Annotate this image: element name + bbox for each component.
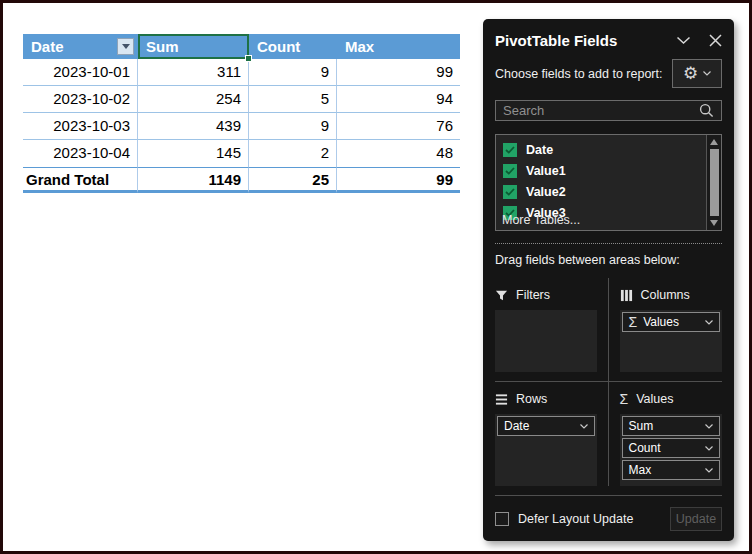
close-icon[interactable] [709, 34, 722, 47]
columns-area-label: Columns [641, 288, 690, 302]
checkbox-checked-icon[interactable] [503, 164, 517, 178]
sigma-icon: Σ [629, 315, 638, 329]
pivot-table: Date Sum Count Max 2023-10-01 311 9 99 2… [23, 34, 460, 193]
scroll-up-icon[interactable] [710, 139, 718, 145]
cell-date[interactable]: 2023-10-03 [23, 113, 138, 140]
checkbox-checked-icon[interactable] [503, 185, 517, 199]
cell-date[interactable]: 2023-10-01 [23, 59, 138, 86]
field-item-value2[interactable]: Value2 [503, 181, 701, 202]
cell-max[interactable]: 48 [337, 140, 460, 167]
cell-sum[interactable]: 145 [138, 140, 249, 167]
choose-fields-row: Choose fields to add to report: ⚙ [495, 59, 722, 88]
cell-date[interactable]: 2023-10-04 [23, 140, 138, 167]
values-dropzone[interactable]: Sum Count Max [620, 414, 723, 486]
scrollbar-thumb[interactable] [710, 149, 719, 216]
update-button[interactable]: Update [670, 507, 722, 531]
grand-total-count[interactable]: 25 [249, 167, 337, 193]
checkbox-checked-icon[interactable] [503, 143, 517, 157]
cell-date[interactable]: 2023-10-02 [23, 86, 138, 113]
choose-fields-label: Choose fields to add to report: [495, 67, 672, 81]
cell-max[interactable]: 94 [337, 86, 460, 113]
column-header-count[interactable]: Count [249, 34, 337, 59]
rows-icon [495, 393, 508, 406]
chevron-down-icon [703, 71, 711, 76]
pill-label: Sum [629, 419, 700, 433]
columns-dropzone[interactable]: Σ Values [620, 310, 723, 372]
chevron-down-icon[interactable] [705, 320, 713, 325]
table-row: 2023-10-01 311 9 99 [23, 59, 460, 86]
filters-area-header: Filters [495, 286, 597, 304]
rows-dropzone[interactable]: Date [495, 414, 597, 486]
column-header-sum-label: Sum [146, 38, 179, 55]
filters-dropzone[interactable] [495, 310, 597, 372]
pill-label: Date [504, 419, 574, 433]
filters-area-label: Filters [516, 288, 550, 302]
pill-sum[interactable]: Sum [622, 416, 721, 436]
cell-sum[interactable]: 254 [138, 86, 249, 113]
column-header-sum-selected-cell[interactable]: Sum [138, 34, 249, 59]
cell-sum[interactable]: 311 [138, 59, 249, 86]
search-icon [699, 103, 714, 118]
grand-total-label[interactable]: Grand Total [23, 167, 138, 193]
chevron-down-icon[interactable] [676, 36, 691, 45]
screenshot-root: Date Sum Count Max 2023-10-01 311 9 99 2… [0, 0, 752, 554]
cell-count[interactable]: 9 [249, 59, 337, 86]
cell-count[interactable]: 5 [249, 86, 337, 113]
cell-max[interactable]: 76 [337, 113, 460, 140]
column-header-date[interactable]: Date [23, 34, 138, 59]
grand-total-sum[interactable]: 1149 [138, 167, 249, 193]
more-tables-link[interactable]: More Tables... [502, 213, 580, 227]
pill-label: Count [629, 441, 700, 455]
rows-area-label: Rows [516, 392, 547, 406]
sigma-icon: Σ [620, 392, 629, 406]
columns-area: Columns Σ Values [609, 278, 723, 382]
cell-count[interactable]: 2 [249, 140, 337, 167]
drop-areas-grid: Filters Columns Σ Values [495, 278, 722, 486]
cell-count[interactable]: 9 [249, 113, 337, 140]
field-list-scrollbar[interactable] [706, 135, 721, 230]
search-input[interactable] [503, 103, 699, 118]
values-area-label: Values [636, 392, 673, 406]
chevron-down-icon[interactable] [705, 446, 713, 451]
search-box [495, 100, 722, 121]
defer-layout-checkbox[interactable] [495, 512, 509, 526]
grand-total-row: Grand Total 1149 25 99 [23, 167, 460, 193]
pivot-header-row: Date Sum Count Max [23, 34, 460, 59]
pill-date[interactable]: Date [497, 416, 595, 436]
values-area: Σ Values Sum Count Max [609, 382, 723, 486]
column-header-max[interactable]: Max [337, 34, 460, 59]
pill-sigma-values[interactable]: Σ Values [622, 312, 721, 332]
pane-footer: Defer Layout Update Update [495, 495, 722, 531]
gear-icon: ⚙ [683, 65, 698, 82]
tools-gear-button[interactable]: ⚙ [672, 59, 722, 88]
column-header-date-label: Date [31, 38, 64, 55]
pill-max[interactable]: Max [622, 460, 721, 480]
filter-dropdown-icon [122, 44, 130, 49]
field-name: Value2 [526, 185, 566, 199]
pane-header: PivotTable Fields [495, 31, 722, 50]
column-header-max-label: Max [345, 38, 374, 55]
pill-label: Max [629, 463, 700, 477]
table-row: 2023-10-03 439 9 76 [23, 113, 460, 140]
columns-area-header: Columns [620, 286, 723, 304]
pivottable-fields-pane: PivotTable Fields Choose fields to add t… [483, 19, 734, 541]
chevron-down-icon[interactable] [580, 424, 588, 429]
field-item-date[interactable]: Date [503, 139, 701, 160]
field-name: Date [526, 143, 553, 157]
chevron-down-icon[interactable] [705, 424, 713, 429]
defer-layout-label: Defer Layout Update [518, 512, 670, 526]
field-name: Value1 [526, 164, 566, 178]
pill-count[interactable]: Count [622, 438, 721, 458]
grand-total-max[interactable]: 99 [337, 167, 460, 193]
scroll-down-icon[interactable] [710, 220, 718, 226]
field-list: Date Value1 Value2 Value3 More Tab [495, 134, 722, 231]
cell-sum[interactable]: 439 [138, 113, 249, 140]
date-filter-button[interactable] [117, 38, 134, 55]
field-item-value1[interactable]: Value1 [503, 160, 701, 181]
column-header-count-label: Count [257, 38, 300, 55]
drag-fields-label: Drag fields between areas below: [495, 253, 722, 267]
rows-area: Rows Date [495, 382, 609, 486]
cell-max[interactable]: 99 [337, 59, 460, 86]
chevron-down-icon[interactable] [705, 468, 713, 473]
rows-area-header: Rows [495, 390, 597, 408]
